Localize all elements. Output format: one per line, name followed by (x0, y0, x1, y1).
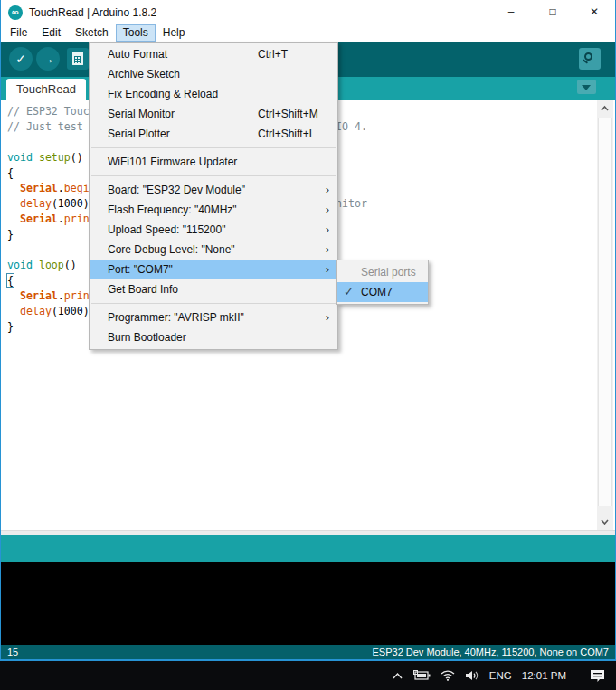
arduino-logo-icon: ∞ (8, 5, 23, 20)
submenu-arrow-icon: › (326, 307, 329, 327)
menubar-item-help[interactable]: Help (156, 24, 193, 42)
code-token (33, 151, 39, 164)
menubar-item-sketch[interactable]: Sketch (68, 24, 116, 42)
tools-menu: Auto FormatCtrl+TArchive SketchFix Encod… (89, 42, 338, 350)
menu-separator (91, 147, 336, 148)
menu-item-programmer-avrisp-mkii[interactable]: Programmer: "AVRISP mkII"› (90, 307, 337, 327)
menubar-item-edit[interactable]: Edit (34, 24, 68, 42)
code-token: . (58, 182, 64, 194)
code-token (7, 305, 20, 317)
menu-item-burn-bootloader[interactable]: Burn Bootloader (90, 327, 337, 347)
menu-item-flash-frequency-40mhz[interactable]: Flash Frequency: "40MHz"› (90, 200, 337, 220)
language-indicator[interactable]: ENG (489, 670, 512, 681)
submenu-arrow-icon: › (326, 220, 329, 240)
menu-item-serial-plotter[interactable]: Serial PlotterCtrl+Shift+L (90, 124, 337, 144)
submenu-item-label: COM7 (361, 286, 393, 298)
code-token: } (7, 320, 14, 333)
message-area (1, 535, 615, 562)
code-token: delay (20, 197, 52, 210)
minimize-button[interactable]: – (490, 0, 532, 24)
code-token: void (7, 151, 33, 164)
serial-monitor-button[interactable] (579, 48, 601, 70)
tab-touchread[interactable]: TouchRead (6, 79, 86, 100)
menu-item-get-board-info[interactable]: Get Board Info (90, 279, 337, 299)
menu-item-label: Fix Encoding & Reload (108, 88, 218, 100)
check-icon: ✓ (15, 52, 26, 66)
cursor-line-number: 15 (7, 647, 18, 657)
code-token: loop (39, 259, 64, 271)
magnifier-icon (584, 52, 592, 61)
menu-item-shortcut: Ctrl+T (258, 44, 288, 64)
submenu-arrow-icon: › (326, 260, 329, 279)
close-button[interactable]: ✕ (573, 0, 615, 24)
code-token (33, 259, 39, 271)
menu-item-port-com7[interactable]: Port: "COM7"› (90, 260, 337, 279)
code-token: Serial (20, 213, 58, 225)
verify-button[interactable]: ✓ (9, 47, 33, 71)
submenu-arrow-icon: › (326, 200, 329, 220)
tab-menu-button[interactable] (577, 80, 596, 94)
menu-separator (91, 175, 336, 176)
arduino-window: ∞ TouchRead | Arduino 1.8.2 – □ ✕ FileEd… (0, 0, 616, 661)
code-token: setup (39, 151, 71, 164)
scrollbar-thumb[interactable] (598, 118, 612, 506)
triangle-down-icon (582, 85, 591, 90)
menubar-item-file[interactable]: File (3, 24, 34, 42)
port-submenu: Serial ports✓COM7 (336, 260, 429, 305)
console-output (1, 562, 615, 645)
action-center-icon[interactable] (590, 669, 605, 683)
menu-item-core-debug-level-none[interactable]: Core Debug Level: "None"› (90, 240, 337, 260)
speaker-icon[interactable] (465, 670, 479, 681)
code-token: Serial (20, 289, 58, 302)
menu-item-label: Serial Monitor (108, 108, 175, 120)
code-token: delay (20, 305, 52, 317)
menu-item-label: Board: "ESP32 Dev Module" (108, 184, 245, 196)
menu-item-archive-sketch[interactable]: Archive Sketch (90, 64, 337, 84)
battery-icon[interactable] (413, 670, 431, 681)
menu-item-upload-speed-115200[interactable]: Upload Speed: "115200"› (90, 220, 337, 240)
scroll-up-icon[interactable] (601, 105, 609, 113)
submenu-item-com7[interactable]: ✓COM7 (337, 282, 428, 302)
title-bar[interactable]: ∞ TouchRead | Arduino 1.8.2 – □ ✕ (1, 0, 615, 24)
menu-item-label: Flash Frequency: "40MHz" (108, 203, 237, 216)
menu-item-shortcut: Ctrl+Shift+M (258, 104, 318, 124)
status-bar: 15 ESP32 Dev Module, 40MHz, 115200, None… (1, 645, 615, 659)
tray-overflow-chevron-icon[interactable] (392, 671, 403, 680)
code-token: () (64, 259, 77, 271)
wifi-icon[interactable] (441, 670, 455, 681)
menu-item-label: Serial Plotter (108, 128, 170, 140)
menu-item-label: Upload Speed: "115200" (108, 223, 225, 236)
menu-item-board-esp32-dev-module[interactable]: Board: "ESP32 Dev Module"› (90, 180, 337, 200)
taskbar: ENG 12:01 PM (0, 661, 616, 690)
menu-item-fix-encoding-reload[interactable]: Fix Encoding & Reload (90, 84, 337, 104)
checkmark-icon: ✓ (344, 282, 354, 302)
menu-separator (91, 303, 336, 304)
menu-item-auto-format[interactable]: Auto FormatCtrl+T (90, 44, 337, 64)
menu-item-serial-monitor[interactable]: Serial MonitorCtrl+Shift+M (90, 104, 337, 124)
menu-item-wifi101-firmware-updater[interactable]: WiFi101 Firmware Updater (90, 152, 337, 172)
code-token (7, 182, 20, 194)
text-caret: { (7, 274, 14, 287)
menu-item-label: WiFi101 Firmware Updater (108, 156, 237, 168)
clock[interactable]: 12:01 PM (522, 670, 566, 681)
code-token (7, 213, 20, 225)
code-token: () (71, 151, 83, 164)
submenu-arrow-icon: › (326, 180, 329, 200)
maximize-button[interactable]: □ (532, 0, 573, 24)
menu-bar: FileEditSketchToolsHelp (1, 24, 615, 42)
new-sketch-button[interactable] (67, 48, 89, 70)
vertical-scrollbar[interactable] (597, 100, 613, 530)
menu-item-label: Auto Format (108, 48, 167, 61)
arrow-right-icon: → (42, 52, 54, 66)
code-token: . (58, 213, 64, 225)
menu-item-label: Programmer: "AVRISP mkII" (108, 311, 244, 324)
menubar-item-tools[interactable]: Tools (116, 24, 156, 42)
window-title: TouchRead | Arduino 1.8.2 (29, 6, 156, 19)
code-token: . (58, 289, 64, 302)
code-token (7, 289, 20, 302)
scroll-down-icon[interactable] (601, 517, 609, 525)
submenu-arrow-icon: › (326, 240, 329, 260)
screen: ∞ TouchRead | Arduino 1.8.2 – □ ✕ FileEd… (0, 0, 616, 690)
upload-button[interactable]: → (36, 47, 60, 71)
menu-item-shortcut: Ctrl+Shift+L (258, 124, 315, 144)
